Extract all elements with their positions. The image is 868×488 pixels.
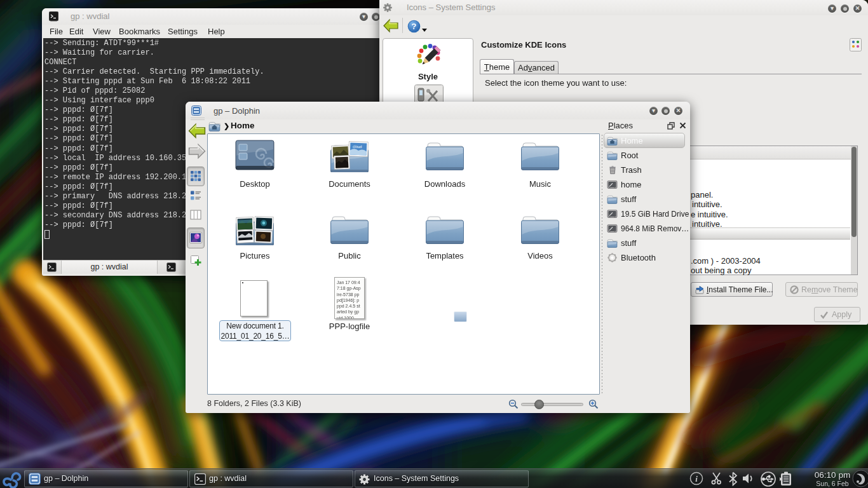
svg-text:?: ? — [412, 22, 417, 31]
svg-text:i: i — [695, 474, 698, 484]
svg-text:cloud: cloud — [353, 145, 362, 149]
